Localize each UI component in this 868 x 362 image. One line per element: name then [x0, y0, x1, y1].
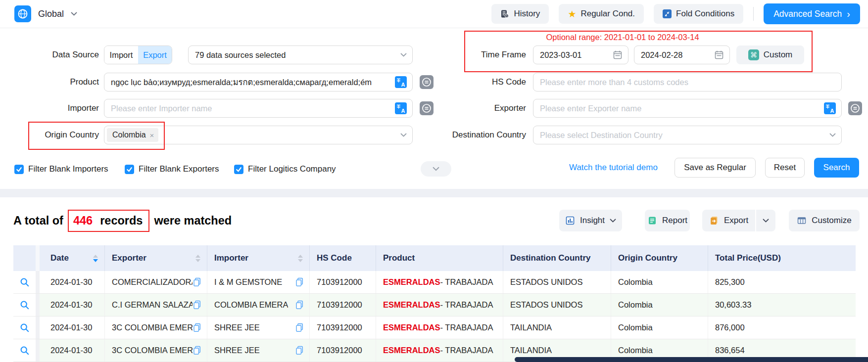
sort-control[interactable]: [195, 255, 200, 262]
product-keyword-highlight: ESMERALDAS: [383, 346, 440, 355]
filter-logistics-company-checkbox[interactable]: Filter Logitics Company: [234, 164, 336, 174]
header-importer[interactable]: Importer: [207, 245, 310, 271]
import-toggle[interactable]: Import: [104, 46, 138, 64]
copy-icon[interactable]: [295, 300, 304, 310]
report-button[interactable]: Report: [645, 210, 690, 231]
translate-icon[interactable]: A: [395, 102, 407, 114]
collapse-form-button[interactable]: [421, 161, 451, 177]
cell-origin-country: Colombia: [611, 317, 708, 339]
translate-icon[interactable]: A: [395, 76, 407, 88]
copy-icon[interactable]: [295, 323, 304, 332]
cell-product: ESMERALDAS - TRABAJADA: [376, 294, 503, 316]
arrow-right-icon: ›: [847, 9, 850, 19]
cell-importer: COLOMBIA EMERA: [207, 294, 310, 316]
export-label: Export: [724, 216, 748, 226]
results-summary: A total of 446 records were matched: [13, 208, 232, 233]
end-date-input[interactable]: 2024-02-28: [634, 45, 730, 64]
search-button[interactable]: Search: [814, 158, 859, 178]
hs-code-input[interactable]: [540, 78, 836, 87]
export-options-button[interactable]: [756, 210, 775, 231]
cell-total-price: 825,300: [708, 271, 856, 293]
data-sources-select[interactable]: 79 data sources selected: [188, 45, 413, 64]
row-detail-button[interactable]: [13, 294, 36, 316]
exporter-name[interactable]: 3C COLOMBIA EMERA: [112, 323, 193, 332]
cell-origin-country: Colombia: [611, 294, 708, 316]
header-destination-country: Destination Country: [503, 245, 611, 271]
optional-range-note: Optional range: 2021-01-01 to 2024-03-14: [464, 33, 781, 42]
exporter-name[interactable]: C.I GERMAN SALAZAR: [112, 300, 193, 310]
export-button[interactable]: Export: [702, 210, 755, 231]
cell-destination-country: TAILANDIA: [503, 317, 611, 339]
table-row: 2024-01-30 3C COLOMBIA EMERA SHREE JEE 7…: [13, 317, 856, 339]
cell-importer: SHREE JEE: [207, 317, 310, 339]
fixed-column-gap: [36, 317, 40, 339]
export-doc-icon: [709, 216, 719, 226]
history-button[interactable]: History: [491, 4, 549, 24]
fold-conditions-button[interactable]: Fold Conditions: [654, 4, 743, 24]
origin-country-select[interactable]: Colombia ×: [104, 126, 413, 144]
cell-date: 2024-01-30: [40, 294, 105, 316]
importer-name[interactable]: SHREE JEE: [214, 323, 260, 332]
remove-tag-icon[interactable]: ×: [150, 132, 154, 139]
copy-icon[interactable]: [295, 277, 304, 287]
data-source-label: Data Source: [0, 45, 99, 64]
region-selector[interactable]: Global: [14, 5, 77, 22]
total-prefix: A total of: [13, 214, 63, 227]
exporter-name[interactable]: 3C COLOMBIA EMERA: [112, 346, 193, 355]
cell-exporter: C.I GERMAN SALAZAR: [105, 294, 207, 316]
sort-control[interactable]: [93, 255, 98, 262]
header-exporter[interactable]: Exporter: [105, 245, 207, 271]
copy-icon[interactable]: [295, 346, 304, 355]
start-date-input[interactable]: 2023-03-01: [533, 45, 628, 64]
table-row: 2024-01-30 COMERCIALIZADORA I I & M GEMS…: [13, 271, 856, 294]
importer-name[interactable]: SHREE JEE: [214, 346, 260, 355]
header-date[interactable]: Date: [40, 245, 105, 271]
importer-name[interactable]: COLOMBIA EMERA: [214, 300, 288, 310]
globe-icon: [14, 5, 31, 22]
filter-blank-exporters-checkbox[interactable]: Filter Blank Exporters: [125, 164, 219, 174]
customize-button[interactable]: Customize: [789, 210, 860, 231]
exporter-input[interactable]: [540, 104, 820, 113]
svg-text:A: A: [401, 108, 405, 114]
cell-destination-country: ESTADOS UNIDOS: [503, 294, 611, 316]
tutorial-link[interactable]: Watch the tutorial demo: [569, 158, 658, 178]
row-detail-button[interactable]: [13, 271, 36, 293]
importer-name[interactable]: I & M GEMSTONE: [214, 277, 282, 287]
translate-icon[interactable]: A: [824, 102, 836, 114]
row-detail-button[interactable]: [13, 317, 36, 339]
exporter-field: A: [533, 99, 842, 118]
chevron-down-icon: [433, 167, 439, 171]
copy-icon[interactable]: [193, 346, 202, 355]
cell-date: 2024-01-30: [40, 271, 105, 293]
destination-country-select[interactable]: Please select Destination Country: [533, 126, 842, 144]
custom-range-button[interactable]: ⌘ Custom: [736, 45, 804, 64]
copy-icon[interactable]: [193, 323, 202, 332]
importer-label: Importer: [0, 99, 99, 118]
advanced-search-button[interactable]: Advanced Search ›: [764, 3, 860, 24]
cell-importer: I & M GEMSTONE: [207, 271, 310, 293]
importer-input[interactable]: [111, 104, 391, 113]
exporter-exact-match-button[interactable]: [848, 101, 862, 115]
row-detail-button[interactable]: [13, 339, 36, 362]
exporter-label: Exporter: [417, 99, 526, 118]
copy-icon[interactable]: [193, 300, 202, 310]
sort-control[interactable]: [298, 255, 303, 262]
annotation-box-record-count: 446 records: [68, 210, 149, 232]
export-toggle[interactable]: Export: [138, 46, 172, 64]
reset-button[interactable]: Reset: [765, 158, 805, 178]
calendar-icon: [714, 50, 724, 60]
filter-label: Filter Logitics Company: [248, 164, 336, 174]
insight-button[interactable]: Insight: [559, 210, 622, 231]
regular-cond-button[interactable]: ★ Regular Cond.: [559, 4, 644, 24]
insight-label: Insight: [580, 216, 605, 226]
product-input[interactable]: [111, 78, 391, 87]
header-hs-code: HS Code: [310, 245, 376, 271]
origin-country-tag: Colombia ×: [107, 128, 158, 142]
copy-icon[interactable]: [193, 277, 202, 287]
search-icon: [20, 277, 30, 287]
save-as-regular-button[interactable]: Save as Regular: [675, 158, 756, 178]
filter-blank-importers-checkbox[interactable]: Filter Blank Importers: [14, 164, 108, 174]
horizontal-scrollbar[interactable]: [515, 357, 868, 362]
history-icon: [500, 9, 509, 18]
exporter-name[interactable]: COMERCIALIZADORA I: [112, 277, 193, 287]
